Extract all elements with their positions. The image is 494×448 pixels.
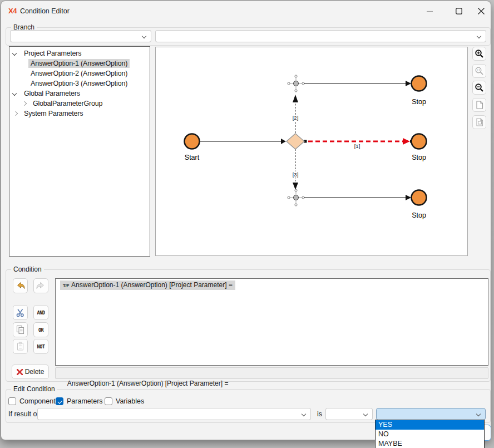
variables-checkbox-label: Variables — [116, 397, 144, 405]
junction-node-bottom[interactable] — [288, 189, 304, 206]
edge-3-label: [3] — [293, 171, 299, 178]
stop-node-top[interactable] — [412, 76, 427, 91]
parameter-tree: Project Parameters AnswerOption-1 (Answe… — [9, 46, 150, 257]
paste-button[interactable] — [13, 339, 28, 354]
stop-node-top-label: Stop — [412, 98, 426, 106]
tree-item-label: AnswerOption-3 (AnswerOption) — [28, 79, 130, 88]
or-button[interactable]: OR — [33, 322, 48, 337]
dropdown-option-maybe[interactable]: MAYBE — [376, 439, 484, 448]
chevron-collapsed-icon[interactable] — [13, 111, 18, 116]
condition-editor-window: X4 Condition Editor Branch Parameters BR… — [1, 1, 491, 440]
if-result-of-label: If result of — [8, 410, 39, 418]
maximize-icon — [456, 8, 462, 14]
zoom-actual-size-button[interactable]: 1:1 — [472, 64, 486, 78]
decision-node[interactable] — [286, 134, 304, 149]
branch-combobox[interactable]: BRANCH [#1 "Start" -> #7 "Stop"] — [155, 30, 486, 42]
tree-item-project-parameters[interactable]: Project Parameters — [9, 48, 150, 58]
zoom-in-button[interactable] — [472, 47, 486, 61]
edit-condition-group-label: Edit Condition — [11, 385, 57, 393]
tree-item-global-parameters[interactable]: Global Parameters — [9, 88, 150, 99]
parameter-combobox[interactable]: AnswerOption-1 (AnswerOption) [Project P… — [37, 408, 311, 420]
chevron-expanded-icon[interactable] — [12, 51, 17, 56]
zoom-out-button[interactable] — [472, 81, 486, 95]
stop-node-bottom-label: Stop — [412, 211, 426, 219]
condition-list[interactable]: T/FAnswerOption-1 (AnswerOption) [Projec… — [55, 278, 488, 366]
undo-icon — [15, 281, 26, 291]
tree-item-label: GlobalParameterGroup — [31, 99, 105, 108]
value-combobox[interactable] — [376, 408, 486, 420]
svg-text:1:1: 1:1 — [477, 69, 481, 72]
minimize-button[interactable] — [421, 4, 438, 18]
chevron-down-icon — [477, 34, 481, 38]
tree-item-answeroption-2[interactable]: AnswerOption-2 (AnswerOption) — [9, 68, 150, 78]
copy-button[interactable] — [13, 322, 28, 337]
redo-icon — [36, 281, 46, 291]
branch-mode-combobox[interactable]: Parameters — [10, 30, 151, 42]
is-label: is — [317, 410, 322, 418]
process-diagram-canvas[interactable]: [2] [3] [1] — [155, 47, 468, 256]
tree-item-label: Global Parameters — [22, 89, 82, 98]
undo-button[interactable] — [13, 278, 28, 293]
junction-node-top[interactable] — [288, 75, 304, 92]
not-button-label: NOT — [37, 344, 45, 349]
components-checkbox-row[interactable]: Components — [8, 397, 59, 406]
tree-item-label: Project Parameters — [22, 49, 83, 58]
components-checkbox[interactable] — [8, 397, 16, 405]
chevron-down-icon — [142, 34, 146, 38]
arrowhead-icon — [406, 81, 411, 86]
tree-item-globalparametergroup[interactable]: GlobalParameterGroup — [9, 99, 150, 109]
condition-type-badge: T/F — [63, 283, 69, 288]
redo-button[interactable] — [33, 278, 48, 293]
tree-item-system-parameters[interactable]: System Parameters — [9, 109, 150, 119]
fit-selection-button[interactable] — [472, 115, 486, 129]
stop-node-mid[interactable] — [412, 134, 427, 149]
condition-list-item[interactable]: T/FAnswerOption-1 (AnswerOption) [Projec… — [60, 280, 235, 290]
parameters-checkbox[interactable] — [56, 397, 63, 405]
parameters-checkbox-row[interactable]: Parameters — [56, 397, 103, 406]
zoom-out-icon — [475, 83, 484, 92]
and-button[interactable]: AND — [33, 305, 48, 320]
minimize-icon — [427, 8, 433, 14]
operator-combobox[interactable]: = — [325, 408, 373, 420]
dropdown-option-no[interactable]: NO — [376, 430, 484, 439]
stop-node-bottom[interactable] — [412, 190, 427, 205]
fit-page-button[interactable] — [472, 98, 486, 112]
x4-logo-icon: X4 — [8, 7, 17, 15]
dropdown-option-yes[interactable]: YES — [376, 420, 484, 430]
and-button-label: AND — [37, 310, 45, 316]
cut-button[interactable] — [13, 305, 28, 320]
delete-button[interactable]: Delete — [12, 365, 49, 379]
tree-item-answeroption-1[interactable]: AnswerOption-1 (AnswerOption) — [9, 58, 150, 68]
chevron-down-icon — [476, 412, 481, 416]
variables-checkbox-row[interactable]: Variables — [105, 397, 144, 406]
cut-icon — [16, 308, 25, 317]
arrowhead-icon — [281, 139, 286, 144]
components-checkbox-label: Components — [19, 397, 59, 405]
window-title: Condition Editor — [20, 7, 70, 15]
tree-item-label: AnswerOption-2 (AnswerOption) — [28, 69, 130, 78]
titlebar: X4 Condition Editor — [1, 1, 491, 21]
close-button[interactable] — [473, 4, 490, 18]
copy-icon — [16, 325, 25, 334]
fit-page-icon — [475, 100, 484, 110]
variables-checkbox[interactable] — [105, 397, 112, 405]
tree-item-answeroption-3[interactable]: AnswerOption-3 (AnswerOption) — [9, 78, 150, 88]
edge-2-label: [2] — [293, 115, 299, 121]
maximize-button[interactable] — [451, 4, 467, 18]
delete-x-icon — [17, 369, 23, 375]
start-node[interactable] — [185, 134, 200, 149]
condition-item-text: AnswerOption-1 (AnswerOption) [Project P… — [71, 281, 233, 289]
not-button[interactable]: NOT — [33, 339, 48, 354]
paste-icon — [16, 342, 25, 351]
start-node-label: Start — [185, 154, 200, 161]
stop-node-mid-label: Stop — [412, 154, 426, 161]
zoom-in-icon — [475, 49, 484, 58]
arrowhead-icon — [406, 195, 411, 200]
chevron-expanded-icon[interactable] — [12, 91, 17, 96]
condition-group-label: Condition — [11, 265, 44, 273]
parameters-checkbox-label: Parameters — [67, 397, 103, 405]
condition-expression-text: AnswerOption-1 (AnswerOption) [Project P… — [67, 380, 229, 387]
arrowhead-icon — [403, 138, 410, 145]
value-dropdown-popup: YES NO MAYBE — [375, 420, 485, 448]
chevron-collapsed-icon[interactable] — [22, 101, 27, 106]
